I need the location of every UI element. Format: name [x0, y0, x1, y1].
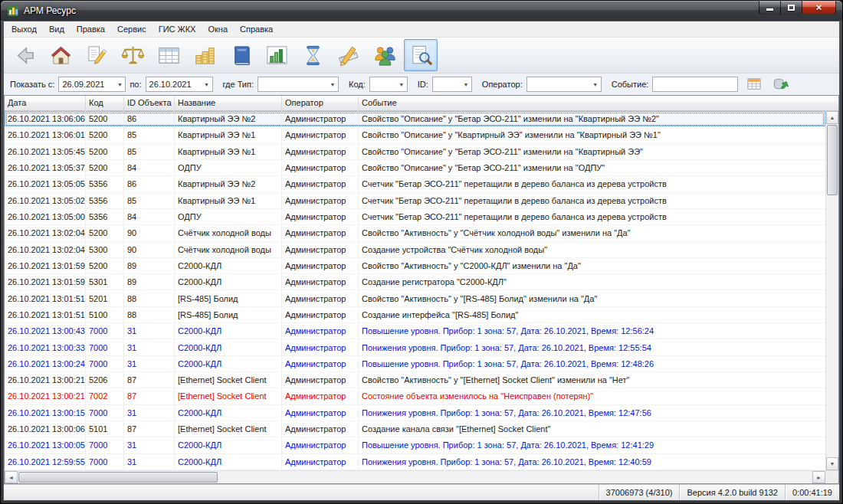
grid-report-icon [746, 78, 762, 90]
finance-columns-button[interactable] [188, 39, 221, 71]
scroll-down-icon[interactable]: ▼ [826, 457, 838, 470]
table-row[interactable]: 26.10.2021 13:05:00 5356 84 ОДПУ Админис… [5, 209, 825, 225]
cell-code: 5101 [86, 421, 124, 437]
table-row[interactable]: 26.10.2021 13:02:04 5300 90 Счётчик холо… [5, 242, 825, 258]
titlebar[interactable]: АРМ Ресурс × [1, 1, 842, 21]
column-header-date[interactable]: Дата [5, 96, 86, 110]
book-button[interactable] [224, 39, 257, 71]
table-row[interactable]: 26.10.2021 13:01:51 5100 88 [RS-485] Бол… [5, 307, 825, 323]
chevron-down-icon[interactable]: ▼ [114, 82, 125, 87]
event-input[interactable] [652, 77, 738, 92]
column-header-name[interactable]: Название [175, 96, 282, 110]
table-row[interactable]: 26.10.2021 13:01:59 5200 89 С2000-КДЛ Ад… [5, 258, 825, 274]
date-from-value: 26.09.2021 [62, 80, 104, 89]
chevron-down-icon[interactable]: ▼ [202, 82, 212, 87]
cell-name: Квартирный ЭЭ №1 [175, 127, 282, 142]
chevron-down-icon[interactable]: ▼ [327, 82, 338, 87]
table-row[interactable]: 26.10.2021 13:05:45 5200 85 Квартирный Э… [5, 144, 825, 160]
cell-date: 26.10.2021 13:06:01 [5, 127, 86, 142]
cell-operator: Администратор [282, 323, 359, 339]
cell-operator: Администратор [282, 356, 359, 371]
table-row[interactable]: 26.10.2021 13:01:51 5201 88 [RS-485] Бол… [5, 290, 825, 306]
menu-windows[interactable]: Окна [202, 22, 234, 36]
cell-code: 7000 [86, 356, 124, 371]
cell-name: Счётчик холодной воды [175, 225, 282, 241]
cell-code: 5200 [86, 160, 124, 175]
menu-view[interactable]: Вид [43, 22, 71, 36]
vertical-scroll-track[interactable] [826, 196, 838, 457]
cell-operator: Администратор [282, 144, 359, 159]
export-button[interactable] [770, 75, 792, 93]
minimize-button[interactable] [759, 1, 781, 15]
vertical-scroll-thumb[interactable] [827, 125, 838, 195]
table-row[interactable]: 26.10.2021 13:01:59 5301 89 С2000-КДЛ Ад… [5, 274, 825, 290]
chevron-down-icon[interactable]: ▼ [461, 82, 471, 87]
close-button[interactable]: × [802, 1, 836, 15]
table-row[interactable]: 26.10.2021 13:00:33 7000 31 С2000-КДЛ Ад… [5, 339, 825, 355]
scroll-left-icon[interactable]: ◄ [5, 471, 18, 483]
chevron-down-icon[interactable]: ▼ [396, 82, 407, 87]
cell-date: 26.10.2021 13:06:06 [5, 111, 86, 126]
id-combo[interactable]: ▼ [432, 77, 472, 92]
cell-code: 5100 [86, 307, 124, 322]
cell-event: Повышение уровня. Прибор: 1 зона: 57, Да… [359, 437, 825, 453]
column-header-code[interactable]: Код [86, 96, 124, 110]
back-button[interactable] [8, 39, 41, 71]
menu-service[interactable]: Сервис [111, 22, 153, 36]
table-row[interactable]: 26.10.2021 13:05:02 5356 85 Квартирный Э… [5, 193, 825, 209]
users-button[interactable] [368, 39, 402, 71]
chevron-down-icon[interactable]: ▼ [590, 82, 601, 87]
table-row[interactable]: 26.10.2021 13:06:06 5200 86 Квартирный Э… [5, 111, 825, 127]
column-header-operator[interactable]: Оператор [282, 96, 359, 110]
horizontal-scroll-track[interactable] [218, 471, 812, 483]
cell-date: 26.10.2021 12:59:55 [5, 454, 86, 470]
table-row[interactable]: 26.10.2021 13:05:05 5356 86 Квартирный Э… [5, 176, 825, 192]
home-button[interactable] [44, 39, 77, 71]
table-row[interactable]: 26.10.2021 13:00:21 5206 87 [Ethernet] S… [5, 372, 825, 388]
horizontal-scrollbar[interactable]: ◄ ► [5, 470, 838, 483]
cell-name: ОДПУ [175, 160, 282, 175]
type-combo[interactable]: ▼ [257, 77, 339, 92]
table-row[interactable]: 26.10.2021 13:00:06 5101 87 [Ethernet] S… [5, 421, 825, 437]
cell-operator: Администратор [282, 225, 359, 241]
book-icon [229, 44, 253, 67]
table-row[interactable]: 26.10.2021 13:02:04 5200 90 Счётчик холо… [5, 225, 825, 241]
column-header-event[interactable]: Событие [359, 96, 838, 110]
table-row[interactable]: 26.10.2021 12:59:55 7000 31 С2000-КДЛ Ад… [5, 454, 825, 470]
table-row[interactable]: 26.10.2021 13:00:24 7000 31 С2000-КДЛ Ад… [5, 356, 825, 372]
edit-notes-button[interactable] [80, 39, 113, 71]
scroll-up-icon[interactable]: ▲ [826, 111, 838, 124]
cell-operator: Администратор [282, 242, 359, 257]
table-row[interactable]: 26.10.2021 13:00:15 7000 31 С2000-КДЛ Ад… [5, 405, 825, 421]
grid-report-button[interactable] [743, 75, 765, 93]
maximize-button[interactable] [781, 1, 802, 15]
cell-operator: Администратор [282, 388, 359, 404]
menu-edit[interactable]: Правка [71, 22, 111, 36]
cell-object-id: 86 [124, 111, 175, 126]
operator-combo[interactable]: ▼ [526, 77, 602, 92]
date-from-combo[interactable]: 26.09.2021▼ [58, 77, 126, 92]
scroll-right-icon[interactable]: ► [812, 471, 825, 483]
table-row[interactable]: 26.10.2021 13:00:21 7002 87 [Ethernet] S… [5, 388, 825, 404]
code-combo[interactable]: ▼ [369, 77, 408, 92]
menu-exit[interactable]: Выход [5, 22, 43, 36]
vertical-scrollbar[interactable]: ▲ ▼ [825, 111, 838, 470]
cell-code: 5200 [86, 225, 124, 241]
search-journal-button[interactable] [404, 39, 438, 71]
balance-button[interactable] [116, 39, 149, 71]
table-row[interactable]: 26.10.2021 13:05:37 5200 84 ОДПУ Админис… [5, 160, 825, 176]
menu-gis-zhkh[interactable]: ГИС ЖКХ [153, 22, 202, 36]
date-to-combo[interactable]: 26.10.2021▼ [146, 77, 213, 92]
table-row[interactable]: 26.10.2021 13:00:05 7000 31 С2000-КДЛ Ад… [5, 437, 825, 453]
chart-button[interactable] [260, 39, 294, 71]
hourglass-button[interactable] [296, 39, 330, 71]
horizontal-scroll-thumb[interactable] [18, 472, 218, 483]
cell-code: 7000 [86, 339, 124, 355]
cell-operator: Администратор [282, 421, 359, 437]
menu-help[interactable]: Справка [234, 22, 279, 36]
column-header-object-id[interactable]: ID Объекта [124, 96, 175, 110]
table-row[interactable]: 26.10.2021 13:06:01 5200 85 Квартирный Э… [5, 127, 825, 143]
table-row[interactable]: 26.10.2021 13:00:43 7000 31 С2000-КДЛ Ад… [5, 323, 825, 339]
drawing-tools-button[interactable] [332, 39, 366, 71]
table-button[interactable] [152, 39, 185, 71]
